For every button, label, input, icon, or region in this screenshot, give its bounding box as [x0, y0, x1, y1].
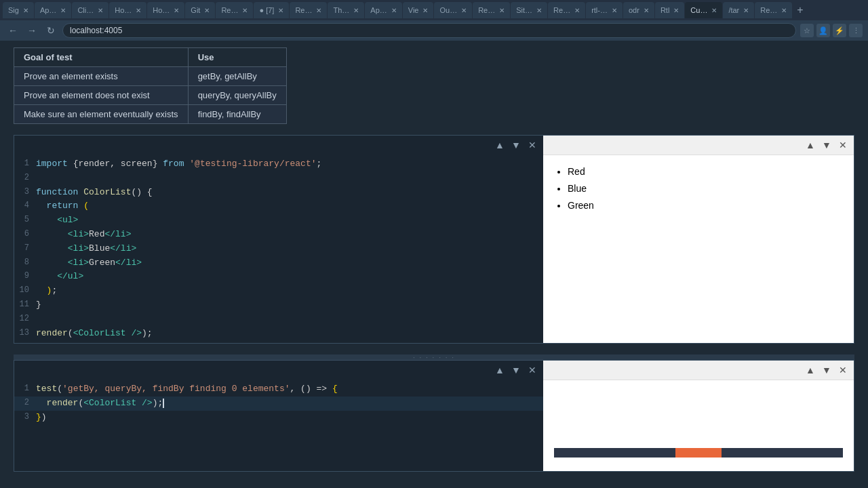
- table-header-goal: Goal of test: [14, 48, 189, 67]
- tab-7[interactable]: ● [7]✕: [254, 2, 289, 18]
- tab-ho2[interactable]: Ho…✕: [147, 2, 184, 18]
- tab-ap[interactable]: Ap…✕: [35, 2, 71, 18]
- tab-ou[interactable]: Ou…✕: [434, 2, 472, 18]
- table-row: Prove an element exists getBy, getAllBy: [14, 67, 287, 86]
- table-cell-use: findBy, findAllBy: [188, 105, 286, 124]
- address-bar[interactable]: localhost:4005: [62, 23, 796, 38]
- table-cell-goal: Make sure an element eventually exists: [14, 105, 189, 124]
- code-line: 8 <li>Green</li>: [14, 256, 543, 270]
- list-item-blue: Blue: [568, 180, 843, 197]
- panel-1-down-button[interactable]: ▼: [509, 138, 523, 152]
- code-area-1: 1 import {render, screen} from '@testing…: [14, 155, 543, 343]
- preview-1-down-button[interactable]: ▼: [820, 138, 833, 152]
- code-area-2: 1 test('getBy, queryBy, findBy finding 0…: [14, 380, 543, 427]
- tab-bar: Sig✕ Ap…✕ Cli…✕ Ho…✕ Ho…✕ Git✕ Re…✕ ● [7…: [0, 0, 868, 20]
- settings-icon[interactable]: ⋮: [849, 24, 863, 37]
- panel-2-toolbar: ▲ ▼ ✕: [14, 361, 543, 380]
- preview-1-up-button[interactable]: ▲: [804, 138, 817, 152]
- tab-ho1[interactable]: Ho…✕: [109, 2, 146, 18]
- preview-1-toolbar: ▲ ▼ ✕: [543, 136, 854, 155]
- preview-2-down-button[interactable]: ▼: [820, 363, 833, 377]
- table-row: Make sure an element eventually exists f…: [14, 105, 287, 124]
- code-panel-2-container: ▲ ▼ ✕ 1 test('getBy, queryBy, findBy fin…: [14, 360, 854, 472]
- list-item-red: Red: [568, 163, 843, 180]
- progress-segment-left: [554, 448, 675, 458]
- preview-1-close-button[interactable]: ✕: [836, 138, 850, 152]
- tab-vie[interactable]: Vie✕: [403, 2, 434, 18]
- list-item-green: Green: [568, 197, 843, 214]
- bookmark-icon[interactable]: ☆: [800, 24, 814, 37]
- nav-bar: ← → ↻ localhost:4005 ☆ 👤 ⚡ ⋮: [0, 20, 868, 41]
- code-line: 3 function ColorList() {: [14, 186, 543, 200]
- tab-ap2[interactable]: Ap…✕: [365, 2, 401, 18]
- tab-git[interactable]: Git✕: [185, 2, 215, 18]
- table-cell-use: getBy, getAllBy: [188, 67, 286, 86]
- code-panel-1: ▲ ▼ ✕ 1 import {render, screen} from '@t…: [14, 136, 543, 343]
- code-panel-2: ▲ ▼ ✕ 1 test('getBy, queryBy, findBy fin…: [14, 361, 543, 471]
- code-line: 5 <ul>: [14, 214, 543, 228]
- code-line: 9 </ul>: [14, 270, 543, 284]
- url-text: localhost:4005: [70, 26, 122, 35]
- tab-cli[interactable]: Cli…✕: [72, 2, 108, 18]
- reference-table: Goal of test Use Prove an element exists…: [14, 47, 287, 124]
- forward-button[interactable]: →: [24, 23, 39, 38]
- progress-segment-right: [722, 448, 843, 458]
- code-line: 4 return (: [14, 199, 543, 214]
- back-button[interactable]: ←: [5, 23, 20, 38]
- tab-re3[interactable]: Re…✕: [473, 2, 510, 18]
- profile-icon[interactable]: 👤: [816, 24, 830, 37]
- preview-content-1: Red Blue Green: [543, 155, 854, 223]
- preview-panel-1: ▲ ▼ ✕ Red Blue Green: [543, 136, 854, 343]
- code-line: 11 }: [14, 298, 543, 312]
- tab-th[interactable]: Th…✕: [328, 2, 364, 18]
- code-line: 2 render(<ColorList />);: [14, 396, 543, 411]
- code-line: 13 render(<ColorList />);: [14, 327, 543, 341]
- code-line: 6 <li>Red</li>: [14, 228, 543, 242]
- table-cell-use: queryBy, queryAllBy: [188, 86, 286, 105]
- table-cell-goal: Prove an element exists: [14, 67, 189, 86]
- code-line: 1 import {render, screen} from '@testing…: [14, 157, 543, 171]
- panel-2-close-button[interactable]: ✕: [526, 363, 539, 377]
- tab-re1[interactable]: Re…✕: [216, 2, 253, 18]
- table-cell-goal: Prove an element does not exist: [14, 86, 189, 105]
- progress-bar: [554, 448, 843, 458]
- progress-preview: [543, 380, 854, 471]
- browser-chrome: Sig✕ Ap…✕ Cli…✕ Ho…✕ Ho…✕ Git✕ Re…✕ ● [7…: [0, 0, 868, 41]
- tab-sit[interactable]: Sit…✕: [511, 2, 547, 18]
- color-list: Red Blue Green: [554, 163, 843, 215]
- tab-rtl[interactable]: rtl-…✕: [586, 2, 623, 18]
- panel-1-toolbar: ▲ ▼ ✕: [14, 136, 543, 155]
- panel-divider[interactable]: · · · · · · ·: [14, 354, 854, 360]
- tab-odr[interactable]: odr✕: [623, 2, 654, 18]
- refresh-button[interactable]: ↻: [43, 23, 58, 38]
- panel-1-close-button[interactable]: ✕: [526, 138, 539, 152]
- progress-segment-active: [675, 448, 722, 458]
- tab-rtl2[interactable]: Rtl✕: [655, 2, 684, 18]
- page-content: Goal of test Use Prove an element exists…: [0, 41, 868, 488]
- tab-re5[interactable]: Re…✕: [755, 2, 792, 18]
- code-line: 1 test('getBy, queryBy, findBy finding 0…: [14, 382, 543, 396]
- table-header-use: Use: [188, 48, 286, 67]
- tab-tar[interactable]: /tar✕: [723, 2, 754, 18]
- extension-icon[interactable]: ⚡: [833, 24, 846, 37]
- panel-1-up-button[interactable]: ▲: [493, 138, 507, 152]
- code-line: 7 <li>Blue</li>: [14, 242, 543, 256]
- panel-2-down-button[interactable]: ▼: [509, 363, 523, 377]
- new-tab-button[interactable]: +: [793, 4, 807, 16]
- code-line: 10 );: [14, 284, 543, 298]
- code-line: 2: [14, 171, 543, 186]
- code-line: 3 }): [14, 411, 543, 425]
- nav-icons: ☆ 👤 ⚡ ⋮: [800, 24, 863, 37]
- tab-re2[interactable]: Re…✕: [290, 2, 327, 18]
- panel-2-up-button[interactable]: ▲: [493, 363, 507, 377]
- tab-cu[interactable]: Cu…✕: [685, 2, 722, 18]
- code-panel-1-container: ▲ ▼ ✕ 1 import {render, screen} from '@t…: [14, 135, 854, 344]
- tab-re4[interactable]: Re…✕: [548, 2, 585, 18]
- code-line: 12: [14, 312, 543, 327]
- preview-2-toolbar: ▲ ▼ ✕: [543, 361, 854, 380]
- tab-sig[interactable]: Sig✕: [3, 2, 34, 18]
- table-row: Prove an element does not exist queryBy,…: [14, 86, 287, 105]
- preview-2-close-button[interactable]: ✕: [836, 363, 850, 377]
- preview-panel-2: ▲ ▼ ✕: [543, 361, 854, 471]
- preview-2-up-button[interactable]: ▲: [804, 363, 817, 377]
